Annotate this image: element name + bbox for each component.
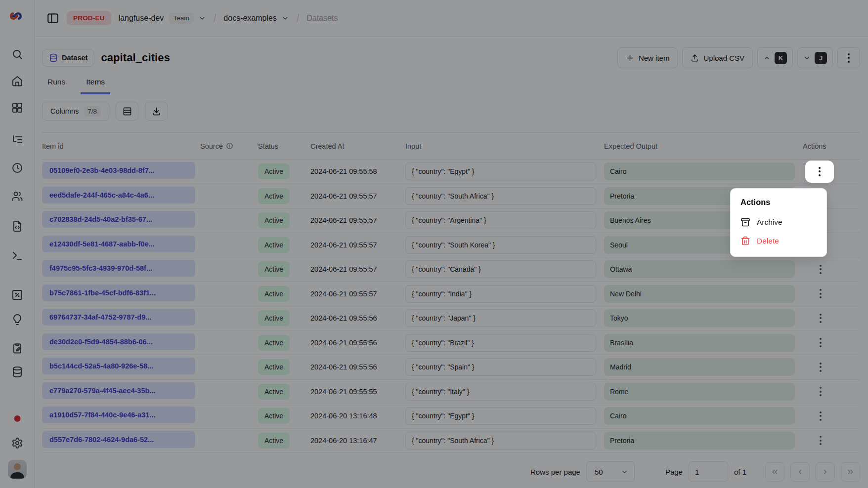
input-cell[interactable]: { "country": "Italy" } [405, 383, 596, 401]
kbd-key: J [815, 52, 827, 64]
row-actions-button[interactable] [810, 406, 831, 426]
menu-item-archive[interactable]: Archive [735, 213, 823, 232]
prompts-file-code-icon[interactable] [11, 220, 23, 232]
notification-dot[interactable] [14, 415, 20, 422]
sessions-clock-icon[interactable] [11, 162, 23, 174]
expected-output-cell[interactable]: Cairo [604, 407, 795, 425]
expected-output-cell[interactable]: Ottawa [604, 260, 795, 278]
new-item-button[interactable]: New item [617, 47, 678, 68]
annotation-clipboard-pen-icon[interactable] [11, 342, 23, 354]
next-page-button[interactable] [816, 462, 835, 482]
environment-badge[interactable]: PROD-EU [67, 11, 111, 25]
previous-page-button[interactable] [790, 462, 810, 482]
input-cell[interactable]: { "country": "Argentina" } [405, 211, 596, 229]
item-id-badge[interactable]: b75c7861-1fbe-45cf-bdf6-83f1... [42, 285, 195, 301]
expected-output-cell[interactable]: Cairo [604, 163, 795, 180]
row-actions-button[interactable] [810, 381, 831, 402]
input-cell[interactable]: { "country": "India" } [405, 285, 596, 303]
dots-vertical-icon [848, 53, 850, 63]
evaluation-percent-icon[interactable] [11, 289, 23, 301]
langfuse-logo-icon[interactable] [8, 8, 23, 23]
breadcrumb-org[interactable]: langfuse-dev [119, 14, 164, 23]
row-actions-button[interactable] [805, 161, 834, 183]
row-actions-button[interactable] [810, 308, 831, 328]
expected-output-cell[interactable]: Rome [604, 383, 795, 401]
tab-items[interactable]: Items [81, 75, 110, 94]
info-icon[interactable] [226, 142, 233, 150]
settings-gear-icon[interactable] [11, 437, 23, 449]
rows-per-page-select[interactable]: 50 [586, 461, 635, 482]
created-at-cell: 2024-06-21 09:55:56 [310, 314, 405, 322]
input-cell[interactable]: { "country": "Egypt" } [405, 163, 596, 180]
dashboard-grid-icon[interactable] [11, 102, 23, 114]
home-icon[interactable] [11, 75, 23, 87]
rows-per-page-label: Rows per page [530, 468, 580, 476]
item-id-badge[interactable]: e12430df-5e81-4687-aabb-f0e... [42, 236, 195, 252]
input-cell[interactable]: { "country": "South Korea" } [405, 236, 596, 254]
dataset-more-actions-button[interactable] [837, 47, 860, 68]
input-cell[interactable]: { "country": "Egypt" } [405, 407, 596, 425]
export-download-button[interactable] [145, 102, 168, 121]
expected-output-cell[interactable]: Brasília [604, 334, 795, 352]
menu-item-delete[interactable]: Delete [735, 232, 823, 250]
first-page-button[interactable] [765, 462, 784, 482]
column-header-created-at[interactable]: Created At [310, 142, 405, 150]
chevrons-right-icon [846, 468, 855, 476]
item-id-badge[interactable]: c702838d-24d5-40a2-bf35-67... [42, 211, 195, 228]
expected-output-cell[interactable]: Madrid [604, 358, 795, 376]
input-cell[interactable]: { "country": "Canada" } [405, 260, 596, 278]
item-id-badge[interactable]: a1910d57-7f84-440c-9e46-a31... [42, 407, 195, 423]
expected-output-cell[interactable]: New Delhi [604, 285, 795, 303]
input-cell[interactable]: { "country": "Japan" } [405, 309, 596, 327]
column-header-source[interactable]: Source [200, 142, 258, 150]
previous-item-button[interactable]: K [757, 47, 793, 68]
expected-output-cell[interactable]: Tokyo [604, 309, 795, 327]
breadcrumb-project[interactable]: docs-examples [223, 14, 277, 23]
table-row: d557e7d6-7802-4624-9da6-52... Active 202… [42, 429, 860, 453]
sidebar-toggle-icon[interactable] [46, 12, 59, 25]
item-id-badge[interactable]: 69764737-34af-4752-9787-d9... [42, 309, 195, 325]
page-number-input[interactable] [689, 461, 728, 482]
item-id-badge[interactable]: e779a270-579a-4f45-aec4-35b... [42, 382, 195, 399]
created-at-cell: 2024-06-21 09:55:57 [310, 290, 405, 298]
next-item-button[interactable]: J [797, 47, 833, 68]
input-cell[interactable]: { "country": "Spain" } [405, 358, 596, 376]
column-header-item-id[interactable]: Item id [42, 142, 200, 150]
tab-runs[interactable]: Runs [42, 75, 71, 94]
chevron-down-icon[interactable] [281, 14, 289, 22]
row-actions-button[interactable] [810, 332, 831, 353]
item-id-badge[interactable]: f4975c95-5fc3-4939-970d-58f... [42, 260, 195, 277]
row-height-button[interactable] [116, 102, 138, 121]
created-at-cell: 2024-06-20 13:16:47 [310, 437, 405, 445]
row-actions-button[interactable] [810, 357, 831, 377]
table-row: de30d2e0-f5d9-4854-88b6-06... Active 202… [42, 331, 860, 356]
upload-csv-button[interactable]: Upload CSV [682, 47, 753, 68]
table-header: Item id Source Status Created At Input E… [42, 132, 860, 160]
item-id-badge[interactable]: de30d2e0-f5d9-4854-88b6-06... [42, 333, 195, 350]
tracing-tree-icon[interactable] [11, 134, 23, 146]
item-id-badge[interactable]: eed5dafe-244f-465c-a84c-4a6... [42, 187, 195, 203]
column-header-input[interactable]: Input [405, 142, 604, 150]
users-icon[interactable] [11, 190, 23, 202]
table-row: 69764737-34af-4752-9787-d9... Active 202… [42, 306, 860, 331]
column-header-expected-output[interactable]: Expected Output [604, 142, 803, 150]
last-page-button[interactable] [841, 462, 860, 482]
item-id-badge[interactable]: 05109ef0-2e3b-4e03-98dd-8f7... [42, 162, 195, 179]
datasets-database-icon[interactable] [11, 366, 23, 378]
search-icon[interactable] [11, 48, 23, 60]
row-actions-button[interactable] [810, 430, 831, 451]
insights-lightbulb-icon[interactable] [11, 314, 23, 325]
columns-button[interactable]: Columns 7/8 [42, 102, 109, 121]
expected-output-cell[interactable]: Pretoria [604, 432, 795, 449]
playground-terminal-icon[interactable] [11, 250, 23, 262]
item-id-badge[interactable]: d557e7d6-7802-4624-9da6-52... [42, 431, 195, 448]
user-avatar[interactable] [8, 460, 27, 479]
input-cell[interactable]: { "country": "South Africa" } [405, 432, 596, 449]
row-actions-button[interactable] [810, 284, 831, 304]
row-actions-button[interactable] [810, 259, 831, 280]
item-id-badge[interactable]: b5c144cd-52a5-4a80-926e-58... [42, 358, 195, 374]
column-header-status[interactable]: Status [258, 142, 310, 150]
input-cell[interactable]: { "country": "South Africa" } [405, 187, 596, 205]
chevron-down-icon[interactable] [198, 14, 206, 22]
input-cell[interactable]: { "country": "Brazil" } [405, 334, 596, 352]
